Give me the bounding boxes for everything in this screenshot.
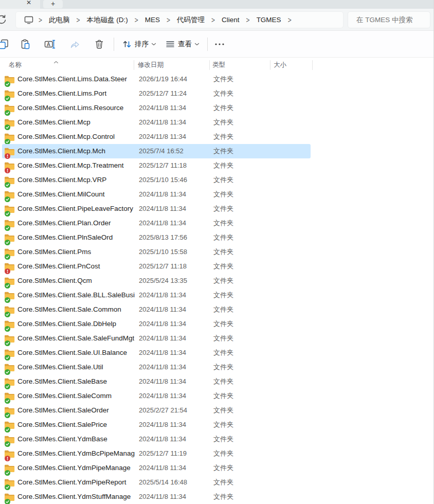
file-date-modified: 2024/11/8 11:34 xyxy=(139,302,186,317)
folder-icon xyxy=(4,247,15,257)
column-divider[interactable] xyxy=(270,60,270,70)
folder-icon xyxy=(4,190,15,199)
table-row[interactable]: Core.StlMes.Client.Sale.Common 2024/11/8… xyxy=(2,302,311,317)
file-date-modified: 2024/11/8 11:34 xyxy=(139,331,186,346)
column-header-type[interactable]: 类型 xyxy=(212,61,225,69)
view-button[interactable]: 查看 xyxy=(162,36,203,52)
table-row[interactable]: Core.StlMes.Client.PipeLeaveFactory 2024… xyxy=(2,202,311,216)
file-name: Core.StlMes.Client.Mcp.VRP xyxy=(17,173,106,187)
table-row[interactable]: Core.StlMes.Client.Mcp.Treatment 2025/12… xyxy=(2,158,311,173)
table-row[interactable]: Core.StlMes.Client.SaleComm 2024/11/8 11… xyxy=(2,389,311,403)
table-row[interactable]: Core.StlMes.Client.Sale.UI.Balance 2024/… xyxy=(2,346,311,360)
file-name: Core.StlMes.Client.Qcm xyxy=(17,274,92,288)
search-box xyxy=(348,11,430,28)
table-row[interactable]: Core.StlMes.Client.Lims.Data.Steer 2026/… xyxy=(2,72,311,86)
folder-icon xyxy=(4,175,15,185)
column-divider[interactable] xyxy=(312,60,313,70)
file-type: 文件夹 xyxy=(213,130,233,144)
table-row[interactable]: Core.StlMes.Client.Plan.Order 2024/11/8 … xyxy=(2,216,311,230)
table-row[interactable]: Core.StlMes.Client.YdmBase 2024/11/8 11:… xyxy=(2,432,311,446)
tab-close-icon[interactable]: ✕ xyxy=(25,0,33,7)
breadcrumb-chevron-icon: > xyxy=(244,15,252,25)
share-button[interactable] xyxy=(66,36,83,52)
file-explorer-window: { "tabbar": { "close_glyph": "✕", "new_t… xyxy=(0,0,434,504)
new-tab-button[interactable]: + xyxy=(43,0,63,8)
active-tab[interactable]: ✕ xyxy=(0,0,40,9)
table-row[interactable]: Core.StlMes.Client.YdmPipeManage 2024/11… xyxy=(2,461,311,475)
chevron-down-icon xyxy=(151,43,156,46)
file-date-modified: 2025/2/27 21:54 xyxy=(139,403,187,418)
table-row[interactable]: Core.StlMes.Client.Mcp 2024/11/8 11:34 文… xyxy=(2,115,311,130)
check-icon xyxy=(5,355,10,360)
column-header-size[interactable]: 大小 xyxy=(274,61,286,69)
refresh-icon[interactable] xyxy=(0,13,8,26)
check-icon xyxy=(5,485,10,490)
folder-icon xyxy=(4,103,15,113)
breadcrumb-item[interactable]: 代码管理 xyxy=(172,14,209,26)
table-row[interactable]: Core.StlMes.Client.Sale.DbHelp 2024/11/8… xyxy=(2,317,311,331)
table-row[interactable]: Core.StlMes.Client.Sale.Util 2024/11/8 1… xyxy=(2,360,311,374)
file-name: Core.StlMes.Client.YdmStuffManage xyxy=(17,490,131,504)
breadcrumb-chevron-icon: > xyxy=(209,15,217,25)
breadcrumb-item[interactable]: Client xyxy=(217,14,244,25)
rename-button[interactable]: A xyxy=(42,36,58,52)
table-row[interactable]: Core.StlMes.Client.Lims.Resource 2024/11… xyxy=(2,101,311,115)
file-name: Core.StlMes.Client.Mcp.Treatment xyxy=(17,158,124,173)
table-row[interactable]: Core.StlMes.Client.SaleBase 2024/11/8 11… xyxy=(2,374,311,389)
file-type: 文件夹 xyxy=(213,144,233,158)
column-divider[interactable] xyxy=(209,60,210,70)
column-header-name[interactable]: 名称 xyxy=(9,61,22,69)
copy-button[interactable] xyxy=(0,36,12,52)
table-row[interactable]: Core.StlMes.Client.YdmBcPipeManage 2025/… xyxy=(2,446,311,461)
table-row[interactable]: Core.StlMes.Client.SalePrice 2024/11/8 1… xyxy=(2,418,311,432)
table-row[interactable]: Core.StlMes.Client.Sale.BLL.SaleBusin...… xyxy=(2,288,311,302)
breadcrumb-item[interactable]: 此电脑 xyxy=(44,14,75,26)
table-row[interactable]: Core.StlMes.Client.PnCost 2025/12/7 11:1… xyxy=(2,259,311,274)
file-type: 文件夹 xyxy=(213,288,233,302)
file-type: 文件夹 xyxy=(213,446,233,461)
file-type: 文件夹 xyxy=(213,173,233,187)
table-row[interactable]: Core.StlMes.Client.Sale.SaleFundMgt 2024… xyxy=(2,331,311,346)
file-type: 文件夹 xyxy=(213,418,233,432)
more-options-button[interactable] xyxy=(211,36,228,52)
exclamation-icon xyxy=(5,168,10,173)
this-pc-icon xyxy=(24,16,33,24)
sort-icon xyxy=(122,39,132,49)
table-row[interactable]: Core.StlMes.Client.PlnSaleOrd 2025/8/13 … xyxy=(2,230,311,245)
table-row[interactable]: Core.StlMes.Client.Mcp.VRP 2025/1/10 15:… xyxy=(2,173,311,187)
file-date-modified: 2025/1/10 15:58 xyxy=(139,245,187,259)
breadcrumb-item[interactable]: MES xyxy=(140,14,165,25)
file-type: 文件夹 xyxy=(213,259,233,274)
folder-icon xyxy=(4,118,15,127)
delete-button[interactable] xyxy=(91,36,107,52)
breadcrumb-item[interactable]: TGMES xyxy=(252,14,286,25)
paste-button[interactable] xyxy=(17,36,33,52)
file-date-modified: 2024/11/8 11:34 xyxy=(139,202,186,216)
table-row[interactable]: Core.StlMes.Client.Mcp.Control 2024/11/8… xyxy=(2,130,311,144)
table-row[interactable]: Core.StlMes.Client.MilCount 2024/11/8 11… xyxy=(2,187,311,202)
folder-icon xyxy=(4,348,15,357)
folder-icon xyxy=(4,132,15,141)
share-icon xyxy=(69,39,80,49)
file-name: Core.StlMes.Client.Sale.Common xyxy=(17,302,121,317)
breadcrumb-item[interactable]: 本地磁盘 (D:) xyxy=(82,14,133,26)
table-row[interactable]: Core.StlMes.Client.YdmPipeReport 2025/5/… xyxy=(2,475,311,490)
search-input[interactable] xyxy=(355,15,423,24)
table-row[interactable]: Core.StlMes.Client.SaleOrder 2025/2/27 2… xyxy=(2,403,311,418)
breadcrumb-chevron-icon: > xyxy=(165,15,172,25)
folder-icon xyxy=(4,89,15,98)
table-row[interactable]: Core.StlMes.Client.YdmStuffManage 2024/1… xyxy=(2,490,311,504)
folder-icon xyxy=(4,204,15,213)
table-row[interactable]: Core.StlMes.Client.Qcm 2025/5/24 13:35 文… xyxy=(2,274,311,288)
sort-button[interactable]: 排序 xyxy=(119,36,159,52)
file-name: Core.StlMes.Client.YdmBcPipeManage xyxy=(17,446,135,461)
file-date-modified: 2024/11/8 11:34 xyxy=(139,418,186,432)
file-name: Core.StlMes.Client.PnCost xyxy=(17,259,100,274)
table-row[interactable]: Core.StlMes.Client.Lims.Port 2025/12/7 1… xyxy=(2,86,311,101)
check-icon xyxy=(5,327,10,331)
column-divider[interactable] xyxy=(134,60,134,70)
table-row[interactable]: Core.StlMes.Client.Pms 2025/1/10 15:58 文… xyxy=(2,245,311,259)
file-date-modified: 2024/11/8 11:34 xyxy=(139,360,186,374)
column-header-date[interactable]: 修改日期 xyxy=(138,61,164,69)
table-row[interactable]: Core.StlMes.Client.Mcp.Mch 2025/7/4 16:5… xyxy=(2,144,311,158)
